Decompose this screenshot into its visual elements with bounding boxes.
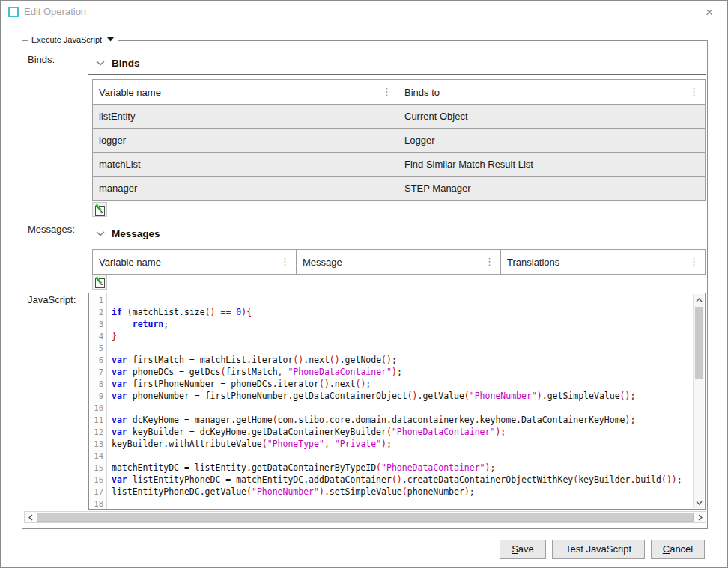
code-line: return; bbox=[112, 318, 705, 330]
table-cell[interactable]: manager bbox=[93, 177, 398, 200]
title-bar: Edit Operation × bbox=[1, 1, 727, 25]
vertical-scroll-thumb[interactable] bbox=[695, 307, 703, 379]
table-cell[interactable]: listEntity bbox=[93, 105, 398, 128]
table-row[interactable]: managerSTEP Manager bbox=[93, 176, 705, 200]
binds-table: Variable name ⋮ Binds to ⋮ listEntityCur… bbox=[92, 79, 706, 201]
app-square-icon bbox=[8, 7, 19, 17]
code-line: var firstMatch = matchList.iterator().ne… bbox=[112, 354, 705, 366]
scroll-up-icon[interactable] bbox=[694, 294, 704, 305]
code-line: if (matchList.size() == 0){ bbox=[112, 306, 705, 318]
horizontal-scroll-thumb[interactable] bbox=[37, 513, 694, 522]
table-cell[interactable]: logger bbox=[93, 129, 398, 152]
table-cell[interactable]: STEP Manager bbox=[398, 177, 705, 200]
line-number-gutter: 123456789101112131415161718 bbox=[89, 293, 107, 509]
scroll-down-icon[interactable] bbox=[694, 497, 704, 508]
line-number: 2 bbox=[89, 306, 106, 318]
code-line: var listEntityPhoneDC = matchEntityDC.ad… bbox=[112, 474, 705, 486]
column-header-message[interactable]: Message ⋮ bbox=[297, 250, 501, 274]
javascript-label: JavaScript: bbox=[28, 294, 76, 305]
horizontal-scrollbar[interactable] bbox=[24, 511, 706, 523]
line-number: 18 bbox=[89, 498, 106, 510]
table-row[interactable]: listEntityCurrent Object bbox=[93, 104, 705, 128]
code-line: var phoneDCs = getDcs(firstMatch, "Phone… bbox=[112, 366, 705, 378]
messages-label: Messages: bbox=[28, 224, 75, 235]
column-menu-icon[interactable]: ⋮ bbox=[382, 88, 392, 96]
execute-javascript-groupbox: Execute JavaScript Binds: Messages: Java… bbox=[22, 40, 708, 529]
line-number: 13 bbox=[89, 438, 106, 450]
binds-section-title: Binds bbox=[112, 58, 140, 69]
code-line bbox=[112, 342, 705, 354]
binds-table-body: listEntityCurrent ObjectloggerLoggermatc… bbox=[93, 104, 705, 200]
code-line bbox=[112, 402, 705, 414]
messages-section-title: Messages bbox=[112, 228, 160, 239]
edit-pencil-icon bbox=[94, 276, 106, 289]
code-line bbox=[112, 294, 705, 306]
line-number: 17 bbox=[89, 486, 106, 498]
code-line: keyBuilder.withAttributeValue("PhoneType… bbox=[112, 438, 705, 450]
edit-operation-dialog: Edit Operation × Execute JavaScript Bind… bbox=[0, 0, 728, 568]
table-row[interactable]: loggerLogger bbox=[93, 128, 705, 152]
line-number: 9 bbox=[89, 390, 106, 402]
column-menu-icon[interactable]: ⋮ bbox=[280, 258, 290, 266]
line-number: 14 bbox=[89, 450, 106, 462]
binds-section-header[interactable]: Binds bbox=[88, 58, 706, 75]
code-line bbox=[112, 450, 705, 462]
line-number: 1 bbox=[89, 294, 106, 306]
column-menu-icon[interactable]: ⋮ bbox=[689, 88, 699, 96]
code-line: matchEntityDC = listEntity.getDataContai… bbox=[112, 462, 705, 474]
code-line: } bbox=[112, 330, 705, 342]
code-line: var phoneNumber = firstPhoneNumber.getDa… bbox=[112, 390, 705, 402]
table-cell[interactable]: matchList bbox=[93, 153, 398, 176]
save-button[interactable]: Save bbox=[500, 540, 546, 559]
editor-vertical-scrollbar[interactable] bbox=[693, 294, 704, 508]
cancel-button[interactable]: Cancel bbox=[651, 540, 705, 559]
code-line: var keyBuilder = dcKeyHome.getDataContai… bbox=[112, 426, 705, 438]
test-javascript-button[interactable]: Test JavaScript bbox=[552, 540, 645, 559]
table-cell[interactable]: Find Similar Match Result List bbox=[398, 153, 705, 176]
scroll-left-icon[interactable] bbox=[25, 512, 36, 522]
edit-pencil-icon bbox=[94, 204, 106, 216]
messages-table-header: Variable name ⋮ Message ⋮ Translations ⋮ bbox=[93, 250, 705, 274]
line-number: 7 bbox=[89, 366, 106, 378]
line-number: 5 bbox=[89, 342, 106, 354]
column-header-translations[interactable]: Translations ⋮ bbox=[501, 250, 705, 274]
binds-table-header: Variable name ⋮ Binds to ⋮ bbox=[93, 80, 705, 104]
binds-open-editor-button[interactable] bbox=[92, 202, 107, 217]
close-icon[interactable]: × bbox=[700, 4, 718, 22]
line-number: 6 bbox=[89, 354, 106, 366]
collapse-chevron-icon bbox=[96, 61, 105, 66]
table-row[interactable]: matchListFind Similar Match Result List bbox=[93, 152, 705, 176]
collapse-chevron-icon bbox=[96, 231, 105, 236]
code-editor[interactable]: 123456789101112131415161718 if (matchLis… bbox=[88, 293, 706, 510]
column-header-variable-name[interactable]: Variable name ⋮ bbox=[93, 80, 398, 104]
table-cell[interactable]: Current Object bbox=[398, 105, 705, 128]
scroll-right-icon[interactable] bbox=[694, 512, 706, 522]
code-line: var firstPhoneNumber = phoneDCs.iterator… bbox=[112, 378, 705, 390]
line-number: 4 bbox=[89, 330, 106, 342]
line-number: 3 bbox=[89, 318, 106, 330]
line-number: 16 bbox=[89, 474, 106, 486]
messages-open-editor-button[interactable] bbox=[92, 275, 107, 290]
line-number: 12 bbox=[89, 426, 106, 438]
line-number: 11 bbox=[89, 414, 106, 426]
messages-table: Variable name ⋮ Message ⋮ Translations ⋮ bbox=[92, 249, 706, 275]
line-number: 15 bbox=[89, 462, 106, 474]
code-line: listEntityPhoneDC.getValue("PhoneNumber"… bbox=[112, 486, 705, 498]
column-menu-icon[interactable]: ⋮ bbox=[689, 258, 699, 266]
line-number: 10 bbox=[89, 402, 106, 414]
table-cell[interactable]: Logger bbox=[398, 129, 705, 152]
column-header-binds-to[interactable]: Binds to ⋮ bbox=[398, 80, 705, 104]
messages-section-header[interactable]: Messages bbox=[88, 228, 706, 245]
binds-label: Binds: bbox=[28, 54, 55, 65]
code-pane[interactable]: if (matchList.size() == 0){ return;} var… bbox=[107, 293, 705, 509]
line-number: 8 bbox=[89, 378, 106, 390]
column-header-variable-name[interactable]: Variable name ⋮ bbox=[93, 250, 297, 274]
column-menu-icon[interactable]: ⋮ bbox=[485, 258, 494, 266]
code-line bbox=[112, 498, 705, 509]
code-line: var dcKeyHome = manager.getHome(com.stib… bbox=[112, 414, 705, 426]
window-title: Edit Operation bbox=[24, 6, 86, 17]
